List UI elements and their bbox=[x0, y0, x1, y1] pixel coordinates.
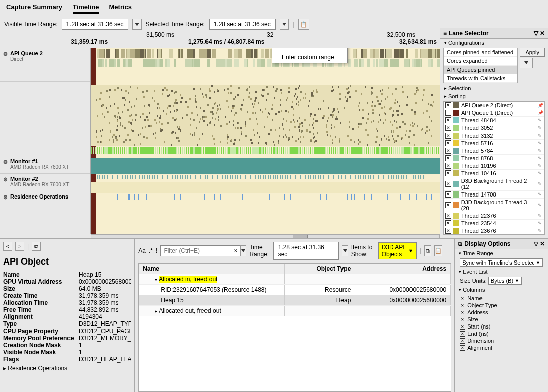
selected-time-input[interactable]: 1.28 sec at 31.36 sec bbox=[209, 19, 276, 30]
edit-icon[interactable]: ✎ bbox=[538, 118, 543, 123]
back-button[interactable]: < bbox=[3, 242, 12, 251]
lane-row[interactable]: ✕Thread 5716✎ bbox=[444, 140, 544, 147]
configurations-header[interactable]: Configurations bbox=[440, 39, 548, 47]
lane-checkbox[interactable]: ✕ bbox=[445, 148, 451, 154]
edit-icon[interactable]: ✎ bbox=[538, 228, 543, 233]
time-range-dropdown[interactable] bbox=[342, 245, 348, 256]
column-check-row[interactable]: ✕Address bbox=[460, 309, 543, 316]
edit-icon[interactable]: ✎ bbox=[538, 221, 543, 226]
lane-checkbox[interactable]: ✕ bbox=[445, 213, 451, 219]
copy-icon[interactable]: 📋 bbox=[434, 245, 442, 256]
lane-row[interactable]: ✕D3D Background Thread 3 (20✎ bbox=[444, 199, 544, 212]
lane-list[interactable]: ✕API Queue 2 (Direct)📌API Queue 1 (Direc… bbox=[443, 101, 545, 235]
items-to-show-combo[interactable]: D3D API Objects ▼ bbox=[378, 242, 417, 259]
col-name-header[interactable]: Name bbox=[139, 264, 285, 274]
expand-arrow-icon[interactable]: ▾ bbox=[153, 277, 159, 282]
lane-row[interactable]: ✕Thread 3132✎ bbox=[444, 132, 544, 140]
match-case-icon[interactable]: Aa bbox=[138, 247, 146, 254]
edit-icon[interactable]: ✎ bbox=[538, 192, 543, 197]
lane-monitor-2[interactable]: Monitor #2 AMD Radeon RX 7600 XT bbox=[0, 174, 90, 191]
lane-row[interactable]: ✕Thread 8768✎ bbox=[444, 155, 544, 162]
config-item[interactable]: Threads with Callstacks bbox=[444, 74, 517, 83]
forward-button[interactable]: > bbox=[15, 242, 24, 251]
config-item[interactable]: Cores pinned and flattened bbox=[444, 48, 517, 57]
tab-metrics[interactable]: Metrics bbox=[109, 3, 132, 14]
column-checkbox[interactable]: ✕ bbox=[460, 331, 465, 337]
chevron-down-icon[interactable]: ▽ bbox=[534, 240, 538, 247]
column-checkbox[interactable]: ✕ bbox=[460, 345, 465, 351]
pin-icon[interactable]: 📌 bbox=[538, 110, 543, 115]
selected-time-dropdown[interactable] bbox=[280, 19, 289, 30]
lane-row[interactable]: ✕Thread 14708✎ bbox=[444, 191, 544, 199]
time-range-section[interactable]: Time Range bbox=[455, 249, 548, 257]
apply-button[interactable]: Apply bbox=[520, 48, 545, 57]
event-list-section[interactable]: Event List bbox=[455, 268, 548, 276]
table-row[interactable]: Heap 15Heap0x000000025680000 bbox=[139, 295, 451, 306]
edit-icon[interactable]: ✎ bbox=[538, 148, 543, 153]
lane-api-queue[interactable]: API Queue 2 Direct bbox=[0, 48, 90, 82]
lane-checkbox[interactable]: ✕ bbox=[445, 228, 451, 234]
columns-section[interactable]: Columns bbox=[455, 286, 548, 294]
config-item[interactable]: Cores expanded bbox=[444, 57, 517, 66]
edit-icon[interactable]: ✎ bbox=[538, 163, 543, 168]
edit-icon[interactable]: ✎ bbox=[538, 203, 543, 208]
lane-checkbox[interactable]: ✕ bbox=[445, 155, 451, 161]
gear-icon[interactable] bbox=[3, 159, 8, 164]
config-dropdown[interactable] bbox=[520, 58, 533, 68]
lane-row[interactable]: ✕Thread 10416✎ bbox=[444, 170, 544, 177]
column-checkbox[interactable]: ✕ bbox=[460, 310, 465, 315]
close-icon[interactable]: ✕ bbox=[540, 240, 545, 247]
lane-checkbox[interactable] bbox=[445, 110, 451, 116]
config-item[interactable]: API Queues pinned bbox=[444, 66, 517, 74]
lane-checkbox[interactable]: ✕ bbox=[445, 140, 451, 146]
table-row[interactable]: RID:23291607647053 (Resource 1488)Resour… bbox=[139, 285, 451, 295]
edit-icon[interactable]: ✎ bbox=[538, 141, 543, 146]
tree-view-icon[interactable]: ⧉ bbox=[424, 245, 431, 256]
clear-filter-icon[interactable]: × bbox=[234, 247, 237, 254]
lane-row[interactable]: ✕Thread 10196✎ bbox=[444, 162, 544, 170]
chevron-down-icon[interactable]: ▽ bbox=[534, 30, 538, 37]
column-checkbox[interactable]: ✕ bbox=[460, 338, 465, 344]
col-type-header[interactable]: Object Type bbox=[285, 264, 355, 274]
residence-operations-row[interactable]: ▸ Residence Operations bbox=[3, 363, 131, 372]
lane-monitor-1[interactable]: Monitor #1 AMD Radeon RX 7600 XT bbox=[0, 156, 90, 174]
column-check-row[interactable]: ✕End (ns) bbox=[460, 330, 543, 337]
edit-icon[interactable]: ✎ bbox=[538, 181, 543, 186]
lane-checkbox[interactable]: ✕ bbox=[445, 220, 451, 226]
col-addr-header[interactable]: Address bbox=[355, 264, 451, 274]
gear-icon[interactable] bbox=[3, 51, 8, 56]
column-check-row[interactable]: ✕Object Type bbox=[460, 302, 543, 309]
close-icon[interactable]: ✕ bbox=[540, 30, 545, 37]
panel-minimize-icon[interactable]: — bbox=[445, 247, 451, 254]
timeline-canvas[interactable]: Select visible range Select all Enter cu… bbox=[91, 48, 440, 234]
lane-row[interactable]: ✕Thread 23676✎ bbox=[444, 227, 544, 235]
filter-dropdown[interactable] bbox=[240, 245, 246, 256]
tab-capture-summary[interactable]: Capture Summary bbox=[6, 3, 62, 14]
lane-residence[interactable]: Residence Operations bbox=[0, 191, 90, 209]
column-checkbox[interactable]: ✕ bbox=[460, 324, 465, 330]
menu-enter-custom[interactable]: Enter custom range bbox=[272, 52, 347, 63]
time-range-input[interactable]: 1.28 sec at 31.36 sec bbox=[273, 242, 339, 260]
lane-checkbox[interactable]: ✕ bbox=[445, 163, 451, 169]
lane-checkbox[interactable]: ✕ bbox=[445, 125, 451, 131]
lane-row[interactable]: API Queue 1 (Direct)📌 bbox=[444, 109, 544, 117]
size-units-combo[interactable]: Bytes (B) ▼ bbox=[488, 277, 522, 285]
column-check-row[interactable]: ✕Name bbox=[460, 295, 543, 302]
lane-row[interactable]: ✕API Queue 2 (Direct)📌 bbox=[444, 102, 544, 109]
table-group-row[interactable]: ▾Allocated in, freed out bbox=[139, 274, 451, 285]
lane-row[interactable]: ✕Thread 5784✎ bbox=[444, 147, 544, 155]
visible-time-dropdown[interactable] bbox=[132, 19, 142, 30]
lane-checkbox[interactable]: ✕ bbox=[445, 181, 451, 187]
table-group-row[interactable]: ▸Allocated out, freed out bbox=[139, 306, 451, 316]
edit-icon[interactable]: ✎ bbox=[538, 125, 543, 130]
edit-icon[interactable]: ✎ bbox=[538, 213, 543, 218]
lane-row[interactable]: ✕D3D Background Thread 2 (12✎ bbox=[444, 177, 544, 191]
expand-arrow-icon[interactable]: ▸ bbox=[153, 308, 159, 314]
filter-input[interactable] bbox=[160, 245, 243, 256]
regex-icon[interactable]: .* bbox=[149, 247, 153, 254]
lane-checkbox[interactable]: ✕ bbox=[445, 133, 451, 139]
column-checkbox[interactable]: ✕ bbox=[460, 296, 465, 301]
lane-checkbox[interactable]: ✕ bbox=[445, 117, 451, 123]
minimize-icon[interactable]: — bbox=[537, 20, 544, 28]
tab-timeline[interactable]: Timeline bbox=[73, 3, 99, 14]
